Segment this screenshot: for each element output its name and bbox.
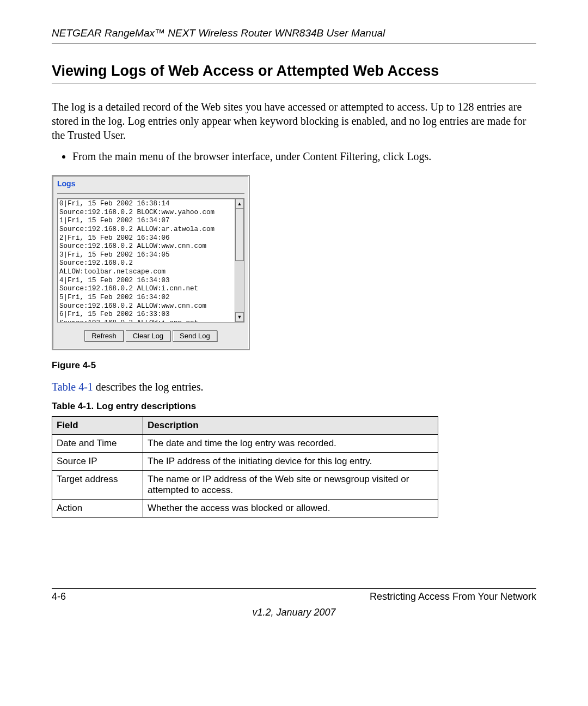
table-row: Target addressThe name or IP address of … (52, 471, 438, 500)
table-row: Date and TimeThe date and time the log e… (52, 435, 438, 453)
bullet-instruction: From the main menu of the browser interf… (72, 149, 536, 164)
table-cell-field: Date and Time (52, 435, 143, 453)
table-reference: Table 4-1 describes the log entries. (52, 381, 536, 393)
table-caption: Table 4-1. Log entry descriptions (52, 401, 536, 412)
version-line: v1.2, January 2007 (52, 607, 536, 618)
page-number: 4-6 (52, 591, 66, 602)
send-log-button[interactable]: Send Log (173, 330, 217, 342)
table-link[interactable]: Table 4-1 (52, 381, 93, 393)
table-cell-field: Action (52, 500, 143, 518)
intro-paragraph: The log is a detailed record of the Web … (52, 100, 536, 142)
running-head: NETGEAR RangeMax™ NEXT Wireless Router W… (52, 27, 536, 44)
table-cell-field: Target address (52, 471, 143, 500)
scroll-down-button[interactable]: ▼ (235, 312, 244, 322)
logs-panel-title: Logs (57, 179, 244, 188)
chapter-title: Restricting Access From Your Network (370, 591, 536, 602)
table-row: Source IPThe IP address of the initiatin… (52, 453, 438, 471)
table-cell-description: The name or IP address of the Web site o… (143, 471, 438, 500)
clear-log-button[interactable]: Clear Log (126, 330, 170, 342)
logs-panel: Logs 0|Fri, 15 Feb 2002 16:38:14 Source:… (52, 175, 250, 350)
log-entry-table: Field Description Date and TimeThe date … (52, 416, 438, 518)
scroll-thumb[interactable] (235, 208, 244, 261)
logs-textarea[interactable]: 0|Fri, 15 Feb 2002 16:38:14 Source:192.1… (57, 198, 244, 322)
table-cell-field: Source IP (52, 453, 143, 471)
table-cell-description: Whether the access was blocked or allowe… (143, 500, 438, 518)
divider (57, 193, 244, 194)
table-header-description: Description (143, 417, 438, 435)
footer-rule (52, 588, 536, 589)
section-title: Viewing Logs of Web Access or Attempted … (52, 63, 536, 83)
table-cell-description: The date and time the log entry was reco… (143, 435, 438, 453)
table-row: ActionWhether the access was blocked or … (52, 500, 438, 518)
table-cell-description: The IP address of the initiating device … (143, 453, 438, 471)
table-ref-rest: describes the log entries. (93, 381, 204, 393)
figure-caption: Figure 4-5 (52, 360, 536, 371)
table-header-field: Field (52, 417, 143, 435)
refresh-button[interactable]: Refresh (84, 330, 124, 342)
scroll-up-button[interactable]: ▲ (235, 199, 244, 209)
scrollbar[interactable]: ▲ ▼ (235, 199, 244, 322)
